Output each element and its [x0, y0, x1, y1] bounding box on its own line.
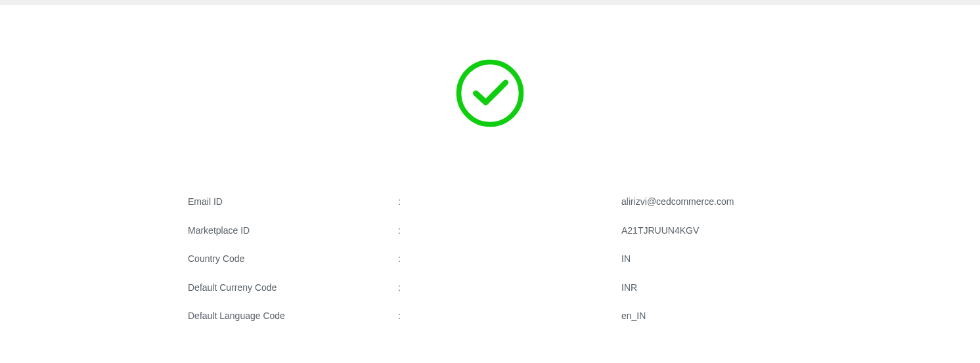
detail-row-marketplace: Marketplace ID : A21TJRUUN4KGV — [175, 217, 805, 246]
value-country-code: IN — [621, 253, 805, 266]
success-icon-container — [0, 58, 980, 129]
value-marketplace-id: A21TJRUUN4KGV — [621, 224, 805, 238]
details-table: Email ID : alirizvi@cedcommerce.com Mark… — [162, 188, 818, 331]
separator: : — [398, 196, 621, 209]
detail-row-currency: Default Curreny Code : INR — [175, 274, 805, 303]
value-language-code: en_IN — [621, 310, 805, 323]
label-country-code: Country Code — [175, 253, 398, 266]
separator: : — [398, 282, 621, 295]
label-language-code: Default Language Code — [175, 310, 398, 323]
label-marketplace-id: Marketplace ID — [175, 224, 398, 238]
detail-row-email: Email ID : alirizvi@cedcommerce.com — [175, 188, 805, 217]
detail-row-country: Country Code : IN — [175, 245, 805, 274]
separator: : — [398, 224, 621, 238]
value-currency-code: INR — [621, 282, 805, 295]
top-divider — [0, 0, 980, 5]
separator: : — [398, 253, 621, 266]
svg-point-0 — [458, 62, 521, 124]
main-content: Email ID : alirizvi@cedcommerce.com Mark… — [0, 5, 980, 331]
detail-row-language: Default Language Code : en_IN — [175, 302, 805, 331]
label-currency-code: Default Curreny Code — [175, 282, 398, 295]
success-check-icon — [455, 58, 525, 129]
separator: : — [398, 310, 621, 323]
label-email-id: Email ID — [175, 196, 398, 209]
value-email-id: alirizvi@cedcommerce.com — [621, 196, 805, 209]
